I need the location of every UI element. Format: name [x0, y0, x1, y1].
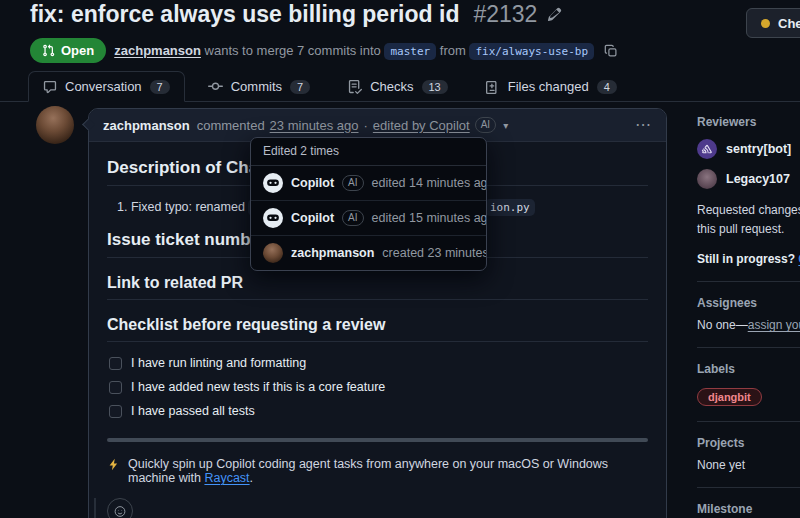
- sidebar-section-reviewers: Reviewers sentry[bot] Legacy107 Requeste…: [697, 101, 800, 282]
- checklist-item-label: I have run linting and formatting: [131, 356, 306, 370]
- comment-bubble-icon: [43, 80, 57, 94]
- assign-yourself-link[interactable]: assign yourself: [748, 318, 800, 332]
- tab-checks[interactable]: Checks 13: [333, 71, 463, 102]
- comment-timestamp-link[interactable]: 23 minutes ago: [270, 118, 359, 133]
- reviewer-name: Legacy107: [726, 172, 790, 186]
- milestone-heading[interactable]: Milestone: [697, 502, 800, 516]
- heading-related-pr: Link to related PR: [107, 274, 648, 300]
- sentry-bot-avatar: [697, 139, 717, 159]
- reviewer-avatar: [697, 169, 717, 189]
- reviewer-row[interactable]: Legacy107: [697, 169, 800, 189]
- assignees-value: No one—assign yourself: [697, 318, 800, 332]
- tab-counter: 7: [290, 80, 310, 94]
- checkbox-unchecked[interactable]: [109, 405, 122, 418]
- entry-author: Copilot: [291, 176, 334, 190]
- pr-meta: Open zachpmanson wants to merge 7 commit…: [30, 38, 618, 63]
- tab-counter: 13: [422, 80, 448, 94]
- sidebar-section-projects: Projects None yet: [697, 422, 800, 488]
- tab-label: Files changed: [508, 79, 589, 94]
- edit-history-entry[interactable]: zachpmanson created 23 minutes ago: [251, 236, 486, 270]
- checklist-item: I have passed all tests: [109, 404, 648, 418]
- edit-title-pencil-icon[interactable]: [547, 7, 562, 22]
- ai-badge: AI: [342, 175, 363, 191]
- head-branch-label[interactable]: fix/always-use-bp: [469, 43, 594, 60]
- entry-text: edited 14 minutes ago (most recent): [372, 176, 488, 190]
- note-line: this pull request.: [697, 220, 800, 239]
- copilot-icon: [263, 208, 283, 228]
- checklist-icon: [348, 80, 362, 94]
- checklist-item: I have run linting and formatting: [109, 356, 648, 370]
- lightning-icon: [107, 458, 120, 474]
- label-pill[interactable]: djangbit: [697, 388, 762, 406]
- open-badge-label: Open: [61, 43, 94, 58]
- list-item-text: 1. Fixed typo: renamed: [117, 200, 248, 214]
- comment-action: commented: [197, 118, 265, 133]
- tab-files-changed[interactable]: Files changed 4: [471, 71, 632, 102]
- pr-number: #2132: [473, 1, 537, 28]
- projects-heading[interactable]: Projects: [697, 436, 800, 450]
- pr-tab-bar: Conversation 7 Commits 7 Checks 13 Files…: [0, 71, 800, 102]
- commit-icon: [208, 79, 223, 94]
- author-link[interactable]: zachpmanson: [114, 43, 201, 58]
- check-button-label: Check: [778, 16, 800, 31]
- checkbox-unchecked[interactable]: [109, 357, 122, 370]
- edit-history-entry[interactable]: Copilot AI edited 14 minutes ago (most r…: [251, 166, 486, 201]
- check-button[interactable]: Check: [746, 8, 800, 38]
- tab-label: Commits: [231, 79, 282, 94]
- author-avatar[interactable]: [36, 106, 74, 144]
- checkbox-unchecked[interactable]: [109, 381, 122, 394]
- open-status-badge: Open: [30, 38, 106, 63]
- tab-label: Checks: [370, 79, 413, 94]
- file-diff-icon: [486, 80, 500, 94]
- entry-author: zachpmanson: [291, 246, 374, 260]
- tab-counter: 4: [597, 80, 617, 94]
- still-in-progress: Still in progress? Convert to draft: [697, 252, 800, 266]
- base-branch-label[interactable]: master: [384, 43, 436, 60]
- edit-history-entry[interactable]: Copilot AI edited 15 minutes ago: [251, 201, 486, 236]
- kebab-menu-icon[interactable]: ⋯: [635, 117, 652, 133]
- assignees-heading[interactable]: Assignees: [697, 296, 800, 310]
- sidebar-section-labels: Labels djangbit: [697, 348, 800, 422]
- from-word: from: [440, 43, 466, 58]
- projects-value: None yet: [697, 458, 800, 472]
- note-line: Requested changes must be addressed to m…: [697, 201, 800, 220]
- checklist-item: I have added new tests if this is a core…: [109, 380, 648, 394]
- ai-badge: AI: [342, 210, 363, 226]
- smiley-icon: [114, 504, 126, 518]
- edit-history-dropdown: Edited 2 times Copilot AI edited 14 minu…: [250, 137, 487, 271]
- edit-history-title: Edited 2 times: [251, 138, 486, 166]
- reviewer-name: sentry[bot]: [726, 142, 791, 156]
- labels-heading[interactable]: Labels: [697, 362, 800, 376]
- merge-sentence: wants to merge 7 commits into: [205, 43, 381, 58]
- reviewer-row[interactable]: sentry[bot]: [697, 139, 800, 159]
- dot-separator: ·: [364, 118, 368, 133]
- edited-by-link[interactable]: edited by Copilot: [373, 118, 470, 133]
- timeline-thread-line: [94, 498, 96, 518]
- copy-branch-icon[interactable]: [604, 44, 618, 58]
- comment-author[interactable]: zachpmanson: [103, 118, 190, 133]
- tab-commits[interactable]: Commits 7: [193, 71, 325, 102]
- promo-period: .: [250, 471, 253, 485]
- heading-checklist: Checklist before requesting a review: [107, 316, 648, 342]
- section-divider: [107, 438, 648, 442]
- author-avatar: [263, 243, 283, 263]
- entry-text: created 23 minutes ago: [382, 246, 487, 260]
- no-one-text: No one—: [697, 318, 748, 332]
- pr-title-text: fix: enforce always use billing period i…: [30, 1, 459, 28]
- promo-text: Quickly spin up Copilot coding agent tas…: [128, 457, 608, 485]
- tab-label: Conversation: [65, 79, 142, 94]
- raycast-promo: Quickly spin up Copilot coding agent tas…: [107, 457, 648, 485]
- entry-author: Copilot: [291, 211, 334, 225]
- git-pull-request-icon: [42, 44, 55, 57]
- checklist-item-label: I have passed all tests: [131, 404, 255, 418]
- tab-counter: 7: [150, 80, 170, 94]
- add-reaction-button[interactable]: [107, 498, 133, 518]
- chevron-down-icon[interactable]: ▾: [503, 120, 508, 131]
- raycast-link[interactable]: Raycast: [204, 471, 249, 485]
- progress-text: Still in progress?: [697, 252, 798, 266]
- pending-status-dot-icon: [761, 19, 770, 28]
- checklist-item-label: I have added new tests if this is a core…: [131, 380, 385, 394]
- sidebar-section-assignees: Assignees No one—assign yourself: [697, 282, 800, 348]
- tab-conversation[interactable]: Conversation 7: [28, 71, 185, 102]
- requested-changes-note: Requested changes must be addressed to m…: [697, 201, 800, 238]
